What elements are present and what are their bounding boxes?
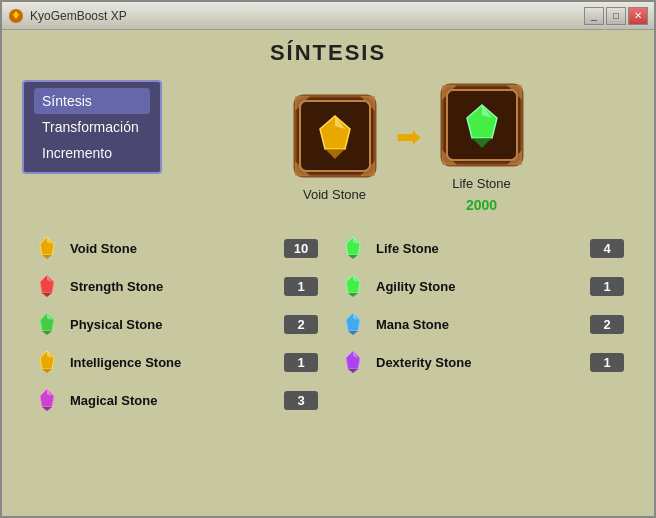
stone-row: Dexterity Stone 1: [338, 347, 624, 377]
stone-row: Physical Stone 2: [32, 309, 318, 339]
page-title: SÍNTESIS: [22, 40, 634, 66]
svg-marker-31: [348, 293, 358, 297]
app-icon: [8, 8, 24, 24]
dexterity-stone-icon: [338, 347, 368, 377]
synthesis-area: Void Stone ➡: [182, 80, 634, 213]
agility-stone-icon: [338, 271, 368, 301]
svg-marker-25: [348, 255, 358, 259]
source-gem-slot: Void Stone: [290, 91, 380, 202]
stone-count-agility: 1: [590, 277, 624, 296]
stone-row: Life Stone 4: [338, 233, 624, 263]
stone-name-agility: Agility Stone: [376, 279, 582, 294]
void-stone-icon: [32, 233, 62, 263]
stone-name-physical: Physical Stone: [70, 317, 276, 332]
close-button[interactable]: ✕: [628, 7, 648, 25]
stone-list: Void Stone 10 Life Stone 4 Strength Ston…: [22, 233, 634, 415]
synthesis-arrow: ➡: [396, 119, 421, 154]
stone-name-mana: Mana Stone: [376, 317, 582, 332]
magical-stone-icon: [32, 385, 62, 415]
intelligence-stone-icon: [32, 347, 62, 377]
menu-item-transformacion[interactable]: Transformación: [34, 114, 150, 140]
stone-name-intelligence: Intelligence Stone: [70, 355, 276, 370]
stone-row: Mana Stone 2: [338, 309, 624, 339]
stone-row: Strength Stone 1: [32, 271, 318, 301]
stone-count-strength: 1: [284, 277, 318, 296]
svg-marker-43: [348, 369, 358, 373]
source-gem-image: [290, 91, 380, 181]
stone-count-magical: 3: [284, 391, 318, 410]
stone-row: Void Stone 10: [32, 233, 318, 263]
stone-count-physical: 2: [284, 315, 318, 334]
minimize-button[interactable]: _: [584, 7, 604, 25]
stone-count-life: 4: [590, 239, 624, 258]
physical-stone-icon: [32, 309, 62, 339]
stone-row: Magical Stone 3: [32, 385, 318, 415]
maximize-button[interactable]: □: [606, 7, 626, 25]
main-window: KyoGemBoost XP _ □ ✕ SÍNTESIS Síntesis T…: [0, 0, 656, 518]
stone-name-void: Void Stone: [70, 241, 276, 256]
mana-stone-icon: [338, 309, 368, 339]
window-controls: _ □ ✕: [584, 7, 648, 25]
svg-marker-46: [42, 407, 52, 411]
stone-name-strength: Strength Stone: [70, 279, 276, 294]
menu-panel: Síntesis Transformación Incremento: [22, 80, 162, 174]
stone-name-life: Life Stone: [376, 241, 582, 256]
stone-row: Intelligence Stone 1: [32, 347, 318, 377]
source-gem-frame[interactable]: [290, 91, 380, 181]
life-stone-icon: [338, 233, 368, 263]
target-gem-image: [437, 80, 527, 170]
svg-marker-34: [42, 331, 52, 335]
menu-item-incremento[interactable]: Incremento: [34, 140, 150, 166]
window-title: KyoGemBoost XP: [30, 9, 578, 23]
menu-item-sintesis[interactable]: Síntesis: [34, 88, 150, 114]
stone-row: Agility Stone 1: [338, 271, 624, 301]
stone-count-void: 10: [284, 239, 318, 258]
target-gem-slot: Life Stone 2000: [437, 80, 527, 213]
top-section: Síntesis Transformación Incremento: [22, 80, 634, 213]
stone-count-intelligence: 1: [284, 353, 318, 372]
target-gem-label: Life Stone: [452, 176, 511, 191]
content-area: SÍNTESIS Síntesis Transformación Increme…: [2, 30, 654, 425]
stone-count-dexterity: 1: [590, 353, 624, 372]
stone-name-dexterity: Dexterity Stone: [376, 355, 582, 370]
svg-marker-37: [348, 331, 358, 335]
titlebar: KyoGemBoost XP _ □ ✕: [2, 2, 654, 30]
svg-marker-28: [42, 293, 52, 297]
target-gem-value: 2000: [466, 197, 497, 213]
svg-marker-22: [42, 255, 52, 259]
stone-count-mana: 2: [590, 315, 624, 334]
stone-name-magical: Magical Stone: [70, 393, 276, 408]
svg-marker-40: [42, 369, 52, 373]
strength-stone-icon: [32, 271, 62, 301]
target-gem-frame[interactable]: [437, 80, 527, 170]
source-gem-label: Void Stone: [303, 187, 366, 202]
